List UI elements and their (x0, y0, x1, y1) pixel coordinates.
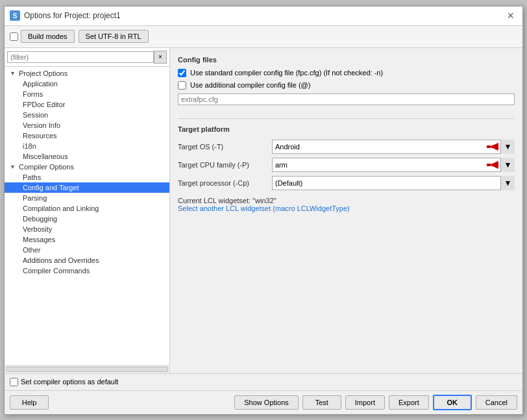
target-processor-label: Target processor (-Cp) (178, 179, 272, 187)
sidebar-scrollbar-area (5, 365, 169, 373)
sidebar-item-compilation-linking[interactable]: Compilation and Linking (5, 203, 169, 214)
target-os-select[interactable]: Android (272, 140, 515, 154)
sidebar-item-resources[interactable]: Resources (5, 130, 169, 141)
verbosity-label: Verbosity (23, 225, 52, 233)
sidebar-item-compiler-options[interactable]: ▼ Compiler Options (5, 162, 169, 172)
svg-rect-3 (487, 164, 491, 166)
toolbar: Build modes Set UTF-8 in RTL (5, 26, 522, 48)
sidebar-item-miscellaneous[interactable]: Miscellaneous (5, 151, 169, 162)
sidebar-item-version-info[interactable]: Version Info (5, 120, 169, 130)
select-lcl-link[interactable]: Select another LCL widgetset (macro LCLW… (178, 204, 350, 212)
sidebar-item-compiler-commands[interactable]: Compiler Commands (5, 266, 169, 276)
test-button[interactable]: Test (302, 395, 341, 410)
target-processor-row: Target processor (-Cp) (Default) ▼ (178, 176, 515, 190)
target-cpu-row: Target CPU family (-P) arm ▼ (178, 158, 515, 172)
red-left-arrow-icon (487, 142, 498, 152)
set-utf8-button[interactable]: Set UTF-8 in RTL (79, 30, 149, 43)
project-options-label: Project Options (19, 69, 67, 77)
sidebar-item-config-and-target[interactable]: Config and Target (5, 182, 169, 193)
build-modes-checkbox[interactable] (10, 32, 18, 41)
config-and-target-label: Config and Target (23, 184, 79, 191)
title-bar: S Options for Project: project1 ✕ (5, 6, 522, 26)
compiler-commands-label: Compiler Commands (23, 267, 90, 275)
current-lcl-section: Current LCL widgetset: "win32" Select an… (178, 197, 515, 212)
target-os-select-wrapper: Android ▼ (272, 140, 515, 154)
ok-button[interactable]: OK (433, 395, 472, 410)
sidebar-item-parsing[interactable]: Parsing (5, 193, 169, 203)
main-window: S Options for Project: project1 ✕ Build … (4, 6, 523, 415)
set-default-container: Set compiler options as default (10, 378, 118, 386)
compilation-linking-label: Compilation and Linking (23, 204, 99, 212)
red-left-arrow-cpu-icon (487, 160, 498, 170)
content-area: × ▼ Project Options Application Forms FP… (5, 48, 522, 373)
other-label: Other (23, 246, 41, 254)
sidebar-item-messages[interactable]: Messages (5, 234, 169, 245)
set-default-label: Set compiler options as default (21, 378, 118, 386)
build-modes-checkbox-container: Build modes (10, 30, 75, 43)
help-button[interactable]: Help (10, 395, 49, 410)
target-cpu-select[interactable]: arm (272, 158, 515, 172)
export-button[interactable]: Export (389, 395, 429, 410)
use-standard-checkbox[interactable] (178, 69, 186, 77)
debugging-label: Debugging (23, 215, 57, 223)
sidebar-item-additions-overrides[interactable]: Additions and Overrides (5, 255, 169, 266)
import-button[interactable]: Import (345, 395, 385, 410)
main-panel: Config files Use standard compiler confi… (170, 48, 522, 373)
target-platform-title: Target platform (178, 125, 515, 133)
use-standard-label: Use standard compiler config file (fpc.c… (190, 69, 383, 77)
use-standard-row: Use standard compiler config file (fpc.c… (178, 69, 515, 77)
sidebar-item-session[interactable]: Session (5, 110, 169, 120)
target-os-red-arrow (486, 140, 499, 154)
target-cpu-select-wrapper: arm ▼ (272, 158, 515, 172)
sidebar-item-project-options[interactable]: ▼ Project Options (5, 68, 169, 79)
sidebar-item-forms[interactable]: Forms (5, 89, 169, 99)
cancel-button[interactable]: Cancel (476, 395, 517, 410)
session-label: Session (23, 111, 48, 119)
use-additional-label: Use additional compiler config file (@) (190, 81, 310, 89)
current-lcl-label: Current LCL widgetset: "win32" (178, 197, 276, 204)
compiler-options-label: Compiler Options (19, 163, 74, 171)
extrafpc-input[interactable] (178, 93, 515, 105)
sidebar-item-i18n[interactable]: i18n (5, 141, 169, 151)
messages-label: Messages (23, 236, 55, 243)
sidebar-h-scrollbar[interactable] (6, 367, 168, 372)
parsing-label: Parsing (23, 194, 47, 202)
target-cpu-label: Target CPU family (-P) (178, 161, 272, 169)
close-button[interactable]: ✕ (504, 9, 517, 22)
fpdoc-label: FPDoc Editor (23, 101, 65, 108)
svg-marker-2 (489, 161, 498, 169)
sidebar-item-paths[interactable]: Paths (5, 172, 169, 182)
target-processor-select-wrapper: (Default) ▼ (272, 176, 515, 190)
set-default-checkbox[interactable] (10, 378, 18, 386)
app-icon: S (10, 10, 20, 21)
build-modes-button[interactable]: Build modes (21, 30, 75, 43)
filter-input[interactable] (7, 51, 154, 63)
expand-arrow-project: ▼ (10, 70, 16, 77)
forms-label: Forms (23, 90, 43, 98)
show-options-button[interactable]: Show Options (234, 395, 298, 410)
additions-overrides-label: Additions and Overrides (23, 256, 99, 264)
title-bar-left: S Options for Project: project1 (10, 10, 121, 21)
target-os-row: Target OS (-T) Android ▼ (178, 140, 515, 154)
expand-arrow-compiler: ▼ (10, 164, 16, 170)
paths-label: Paths (23, 173, 41, 181)
config-files-title: Config files (178, 56, 515, 64)
miscellaneous-label: Miscellaneous (23, 153, 68, 160)
target-cpu-red-arrow (486, 158, 499, 172)
target-os-label: Target OS (-T) (178, 143, 272, 151)
sidebar-item-debugging[interactable]: Debugging (5, 214, 169, 224)
resources-label: Resources (23, 132, 57, 140)
filter-clear-button[interactable]: × (154, 51, 167, 64)
target-processor-select[interactable]: (Default) (272, 176, 515, 190)
use-additional-checkbox[interactable] (178, 81, 186, 90)
i18n-label: i18n (23, 142, 36, 150)
tree: ▼ Project Options Application Forms FPDo… (5, 67, 169, 365)
window-title: Options for Project: project1 (24, 11, 121, 20)
svg-marker-0 (489, 143, 498, 151)
sidebar-item-fpdoc-editor[interactable]: FPDoc Editor (5, 99, 169, 110)
use-additional-row: Use additional compiler config file (@) (178, 81, 515, 90)
sidebar-item-verbosity[interactable]: Verbosity (5, 224, 169, 234)
application-label: Application (23, 80, 58, 88)
sidebar-item-application[interactable]: Application (5, 79, 169, 89)
sidebar-item-other[interactable]: Other (5, 245, 169, 255)
